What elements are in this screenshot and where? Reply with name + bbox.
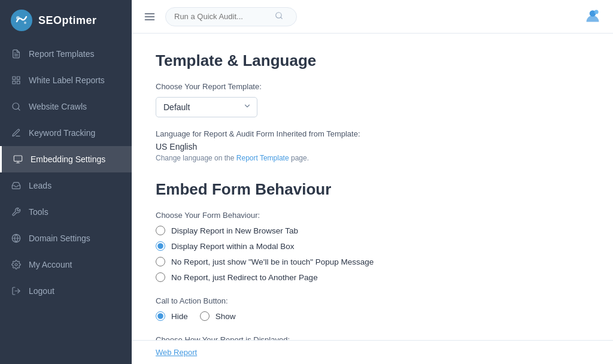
logout-icon <box>11 286 22 296</box>
cta-options: Hide Show <box>156 311 589 321</box>
sidebar-item-label: Embedding Settings <box>31 154 105 164</box>
radio-hide[interactable]: Hide <box>156 311 188 321</box>
svg-line-22 <box>281 17 283 19</box>
template-select[interactable]: Default <box>156 97 257 117</box>
radio-show-input[interactable] <box>200 311 210 321</box>
radio-popup-input[interactable] <box>156 257 165 266</box>
radio-popup-label: No Report, just show "We'll be in touch"… <box>171 257 374 266</box>
main-content: Template & Language Choose Your Report T… <box>132 34 613 340</box>
sidebar-item-tools[interactable]: Tools <box>0 199 132 225</box>
sidebar-item-label: Keyword Tracking <box>29 128 95 138</box>
search-icon <box>275 11 283 22</box>
radio-modal-label: Display Report within a Modal Box <box>171 242 295 251</box>
breadcrumb-web-report[interactable]: Web Report <box>156 348 197 357</box>
svg-rect-7 <box>17 81 20 84</box>
user-avatar[interactable] <box>584 16 601 26</box>
sidebar-item-label: Domain Settings <box>29 233 90 243</box>
radio-redirect[interactable]: No Report, just Redirect to Another Page <box>156 272 589 282</box>
radio-new-tab-label: Display Report in New Browser Tab <box>171 226 298 235</box>
svg-line-10 <box>18 108 20 110</box>
sidebar-item-label: Leads <box>29 181 51 190</box>
sidebar-item-logout[interactable]: Logout <box>0 278 132 304</box>
sidebar-item-label: Report Templates <box>29 49 94 59</box>
radio-show-label: Show <box>216 312 236 321</box>
radio-redirect-label: No Report, just Redirect to Another Page <box>171 273 318 282</box>
radio-hide-input[interactable] <box>156 311 165 321</box>
sidebar-item-leads[interactable]: Leads <box>0 172 132 199</box>
globe-icon <box>11 233 22 244</box>
svg-rect-5 <box>13 77 16 80</box>
svg-rect-8 <box>13 81 16 84</box>
form-behaviour-options: Display Report in New Browser Tab Displa… <box>156 226 589 282</box>
topbar <box>132 0 613 34</box>
radio-show[interactable]: Show <box>200 311 236 321</box>
sidebar-item-label: Tools <box>29 207 48 217</box>
logo-icon <box>11 10 32 31</box>
edit-icon <box>11 128 22 138</box>
monitor-icon <box>13 154 23 165</box>
lang-value: US English <box>156 142 589 151</box>
svg-point-16 <box>15 263 17 266</box>
inbox-icon <box>11 180 22 191</box>
svg-point-0 <box>11 10 32 31</box>
svg-point-24 <box>594 10 599 14</box>
sidebar-item-domain-settings[interactable]: Domain Settings <box>0 225 132 251</box>
radio-modal-input[interactable] <box>156 241 165 251</box>
radio-new-tab-input[interactable] <box>156 226 165 235</box>
sidebar-item-label: Logout <box>29 286 54 296</box>
language-section: Language for Report & Audit Form Inherit… <box>156 129 589 162</box>
template-select-wrapper: Default <box>156 97 257 117</box>
main-area: Template & Language Choose Your Report T… <box>132 0 613 364</box>
radio-new-tab[interactable]: Display Report in New Browser Tab <box>156 226 589 235</box>
sidebar-item-website-crawls[interactable]: Website Crawls <box>0 93 132 120</box>
sidebar-item-white-label-reports[interactable]: White Label Reports <box>0 67 132 93</box>
search-icon <box>11 101 22 112</box>
radio-redirect-input[interactable] <box>156 272 165 282</box>
radio-modal[interactable]: Display Report within a Modal Box <box>156 241 589 251</box>
brand-name: SEOptimer <box>38 14 97 27</box>
lang-label: Language for Report & Audit Form Inherit… <box>156 129 589 138</box>
sidebar-logo[interactable]: SEOptimer <box>0 0 132 41</box>
svg-point-1 <box>16 16 20 20</box>
section2-title: Embed Form Behaviour <box>156 180 589 199</box>
sidebar-item-my-account[interactable]: My Account <box>0 251 132 278</box>
settings-icon <box>11 259 22 270</box>
svg-rect-6 <box>17 77 20 80</box>
sidebar: SEOptimer Report Templates White Label R… <box>0 0 132 364</box>
tool-icon <box>11 207 22 217</box>
svg-rect-11 <box>14 156 22 161</box>
display-label: Choose How Your Report is Displayed: <box>156 335 589 340</box>
sidebar-item-report-templates[interactable]: Report Templates <box>0 41 132 67</box>
sidebar-item-keyword-tracking[interactable]: Keyword Tracking <box>0 120 132 146</box>
lang-note: Change language on the Report Template p… <box>156 154 589 162</box>
choose-template-label: Choose Your Report Template: <box>156 82 589 91</box>
search-input[interactable] <box>174 12 270 21</box>
form-behaviour-label: Choose Your Form Behaviour: <box>156 211 589 220</box>
topbar-right <box>584 7 601 26</box>
breadcrumb: Web Report <box>132 340 613 364</box>
sidebar-item-label: Website Crawls <box>29 102 87 111</box>
radio-popup[interactable]: No Report, just show "We'll be in touch"… <box>156 257 589 266</box>
tag-icon <box>11 75 22 86</box>
svg-point-2 <box>24 22 26 24</box>
sidebar-item-embedding-settings[interactable]: Embedding Settings <box>0 146 132 172</box>
file-text-icon <box>11 48 22 59</box>
menu-button[interactable] <box>144 11 156 23</box>
cta-label: Call to Action Button: <box>156 296 589 305</box>
sidebar-navigation: Report Templates White Label Reports Web… <box>0 41 132 364</box>
section1-title: Template & Language <box>156 51 589 70</box>
sidebar-item-label: My Account <box>29 260 72 269</box>
report-template-link[interactable]: Report Template <box>236 154 289 162</box>
search-bar[interactable] <box>165 7 297 26</box>
sidebar-item-label: White Label Reports <box>29 75 105 85</box>
radio-hide-label: Hide <box>171 312 188 321</box>
